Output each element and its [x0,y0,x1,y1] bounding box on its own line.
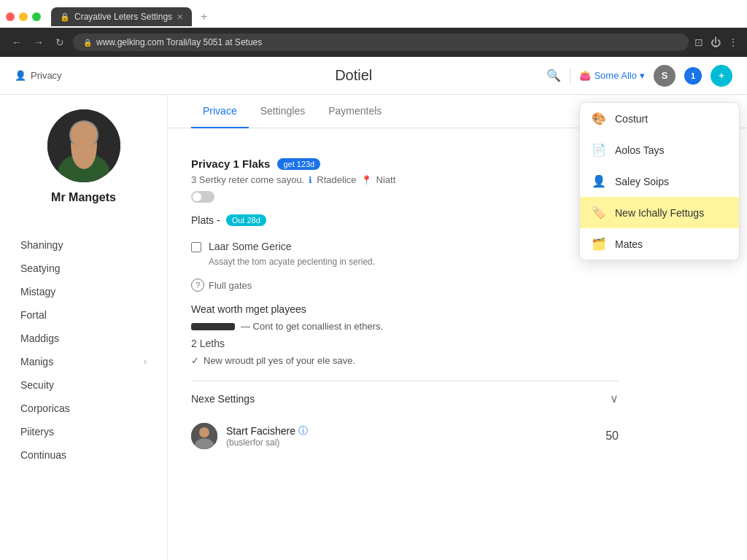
sidebar-item-corporicas[interactable]: Corporicas [12,397,155,420]
subtitle-row: 3 Sertky reter come sayou. ℹ Rtadelice 📍… [191,174,619,185]
plats-badge: Out 28d [226,214,266,226]
maximize-button[interactable] [32,12,41,21]
dropdown-menu: 🎨 Costurt 📄 Aolos Tays 👤 Saley Soips 🏷️ … [579,102,740,260]
active-tab[interactable]: 🔒 Crayative Leters Settings ✕ [51,7,192,26]
checkbox-section: Laar Some Gerice Assayt the tom acyate p… [191,241,619,267]
browser-chrome: 🔒 Crayative Leters Settings ✕ + ← → ↻ 🔒 … [0,0,747,57]
facishere-avatar [191,423,217,449]
sidebar-nav: Shaningy Seatying Mistagy Fortal Maddigs… [12,233,155,467]
sidebar-item-manigs[interactable]: Manigs › [12,350,155,373]
traffic-lights [6,12,41,21]
count-row: 2 Leths [191,338,619,349]
new-tab-button[interactable]: + [195,6,213,28]
sidebar: Mr Mangets Shaningy Seatying Mistagy For… [0,95,168,560]
privacy-nav[interactable]: 👤 Privacy [15,70,160,81]
menu-icon[interactable]: ⋮ [728,36,738,48]
avatar-s[interactable]: S [654,65,676,87]
dropdown-item-aolos[interactable]: 📄 Aolos Tays [580,134,739,166]
wallet-chevron-icon: ▾ [640,70,645,81]
address-input[interactable]: 🔒 www.gelking.com Torali/lay 5051 at Set… [73,34,689,51]
browser-actions: ⊡ ⏻ ⋮ [694,36,738,48]
back-button[interactable]: ← [9,35,25,50]
notification-badge[interactable]: 1 [684,67,702,85]
security-lock-icon: 🔒 [83,39,92,47]
chevron-right-icon: › [144,357,147,367]
sidebar-label-2: Mistagy [20,286,55,298]
tab-close-button[interactable]: ✕ [177,12,183,22]
privacy-badge: get 123d [277,158,320,170]
profile-section: Mr Mangets [12,109,155,216]
checkmark-row: ✓ New wroudt pll yes of your ele save. [191,355,619,366]
address-text: www.gelking.com Torali/lay 5051 at Setue… [96,37,262,47]
tab-paymentels[interactable]: Paymentels [317,95,393,128]
add-button[interactable]: + [711,65,732,87]
facishere-handle: (buslerfor sal) [226,438,597,448]
redacted-row: — Cont to get conalliest in ethers. [191,321,619,332]
laar-checkbox[interactable] [191,242,201,252]
dropdown-item-costurt[interactable]: 🎨 Costurt [580,103,739,134]
dropdown-item-saley[interactable]: 👤 Saley Soips [580,166,739,197]
toggle-row [191,191,619,203]
rtadelice-text: Rtadelice [317,174,356,185]
sidebar-item-seatying[interactable]: Seatying [12,257,155,280]
power-icon[interactable]: ⏻ [711,36,721,48]
wallet-button[interactable]: 👛 Some Allo ▾ [579,70,645,81]
checkbox-desc: Assayt the tom acyate peclenting in seri… [209,257,619,267]
profile-avatar [47,109,120,182]
sidebar-item-continuas[interactable]: Continuas [12,443,155,467]
sidebar-label-0: Shaningy [20,239,63,251]
privacy-label: Privacy [31,70,62,81]
toggle-switch[interactable] [191,191,214,203]
sidebar-label-4: Maddigs [20,332,59,344]
profile-name: Mr Mangets [51,191,116,204]
dropdown-item-ichally[interactable]: 🏷️ New Ichally Fettugs [580,197,739,228]
tab-privace[interactable]: Privace [191,95,249,128]
content-inner: Privacy 1 Flaks get 123d 3 Sertky reter … [168,128,642,471]
sidebar-label-3: Fortal [20,309,47,321]
palette-icon: 🎨 [592,112,606,125]
redacted-text: — Cont to get conalliest in ethers. [241,321,383,332]
sidebar-item-shaningy[interactable]: Shaningy [12,233,155,257]
sidebar-item-mistagy[interactable]: Mistagy [12,280,155,303]
document-icon: 📄 [592,143,606,157]
sidebar-item-fortal[interactable]: Fortal [12,303,155,327]
wallet-icon: 👛 [579,70,591,81]
content-area: Privace Settingles Paymentels Privacy 1 … [168,95,747,560]
privacy-title: Privacy 1 Flaks [191,158,270,170]
dropdown-label-saley: Saley Soips [615,176,669,187]
svg-point-5 [199,427,209,438]
plats-label: Plats - [191,214,220,226]
screen-icon[interactable]: ⊡ [694,36,703,48]
dropdown-label-mates: Mates [615,238,643,250]
chevron-down-icon: ∨ [610,392,619,405]
start-facishere: Start Facishere ⓘ (buslerfor sal) 50 [191,416,619,456]
dropdown-label-costurt: Costurt [615,113,648,125]
sidebar-item-secuity[interactable]: Secuity [12,373,155,397]
tab-settingles[interactable]: Settingles [249,95,317,128]
facishere-name: Start Facishere ⓘ [226,424,597,438]
sidebar-label-9: Continuas [20,449,66,461]
plats-row: Plats - Out 28d [191,214,619,226]
checkbox-row: Laar Some Gerice [191,241,619,252]
redacted-bar [191,323,235,330]
privacy-title-row: Privacy 1 Flaks get 123d [191,158,619,170]
dropdown-item-mates[interactable]: 🗂️ Mates [580,228,739,260]
person-icon: 👤 [15,70,26,81]
sidebar-item-piiterys[interactable]: Piiterys [12,420,155,443]
header-divider [570,69,570,83]
nexe-settings[interactable]: Nexe Settings ∨ [191,381,619,416]
minimize-button[interactable] [19,12,28,21]
folder-icon: 🗂️ [592,237,606,251]
sidebar-label-6: Secuity [20,379,54,391]
help-icon: ? [191,279,204,292]
tab-bar: 🔒 Crayative Leters Settings ✕ + [0,0,747,28]
subtitle-text: 3 Sertky reter come sayou. [191,174,304,185]
forward-button[interactable]: → [31,35,47,50]
search-button[interactable]: 🔍 [546,69,561,82]
close-button[interactable] [6,12,15,21]
sidebar-item-maddigs[interactable]: Maddigs [12,327,155,350]
reload-button[interactable]: ↻ [53,35,67,50]
tab-title: Crayative Leters Settings [74,12,172,22]
facishere-count: 50 [605,429,619,443]
person-icon-drop: 👤 [592,174,606,188]
